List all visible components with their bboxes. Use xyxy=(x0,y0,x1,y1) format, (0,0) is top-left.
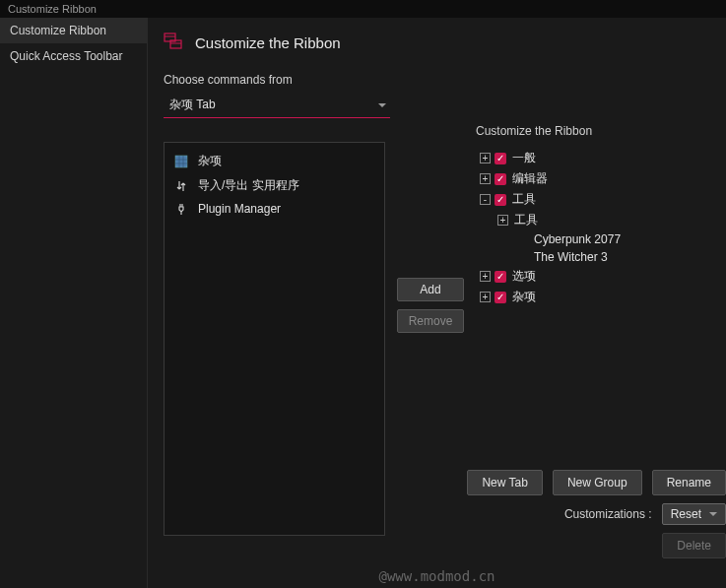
sidebar: Customize Ribbon Quick Access Toolbar xyxy=(0,18,148,588)
plugin-icon xyxy=(174,202,188,216)
expand-icon[interactable]: + xyxy=(480,153,491,163)
command-item[interactable]: 杂项 xyxy=(168,149,380,173)
command-label: Plugin Manager xyxy=(198,202,281,216)
choose-commands-dropdown[interactable]: 杂项 Tab xyxy=(164,93,390,118)
expand-icon[interactable]: + xyxy=(480,271,491,282)
ribbon-tree[interactable]: +✓一般+✓编辑器-✓工具+工具Cyberpunk 2077The Witche… xyxy=(476,148,710,307)
tree-node-label: 一般 xyxy=(510,150,536,166)
expand-icon[interactable]: + xyxy=(480,173,491,184)
chevron-down-icon xyxy=(378,103,386,107)
tree-checkbox[interactable]: ✓ xyxy=(495,153,506,164)
tree-node-label: Cyberpunk 2077 xyxy=(532,232,621,246)
command-item[interactable]: 导入/导出 实用程序 xyxy=(168,173,380,198)
tree-node[interactable]: The Witcher 3 xyxy=(476,248,710,266)
command-item[interactable]: Plugin Manager xyxy=(168,198,380,220)
sidebar-item-customize-ribbon[interactable]: Customize Ribbon xyxy=(0,18,147,43)
tree-node[interactable]: +✓选项 xyxy=(476,266,710,287)
delete-button[interactable]: Delete xyxy=(662,533,726,558)
choose-commands-label: Choose commands from xyxy=(164,73,710,87)
sidebar-item-label: Quick Access Toolbar xyxy=(10,49,123,63)
tree-checkbox[interactable]: ✓ xyxy=(495,292,506,303)
watermark: @www.modmod.cn xyxy=(378,568,495,584)
tree-node[interactable]: +工具 xyxy=(476,210,710,230)
remove-button[interactable]: Remove xyxy=(397,309,464,333)
rename-button[interactable]: Rename xyxy=(652,470,726,495)
tree-node-label: 选项 xyxy=(510,268,536,285)
reset-label: Reset xyxy=(671,507,701,521)
grid-icon xyxy=(174,155,188,168)
new-group-button[interactable]: New Group xyxy=(553,470,642,495)
svg-rect-4 xyxy=(175,156,187,167)
arrows-icon xyxy=(174,179,188,193)
window-titlebar: Customize Ribbon xyxy=(0,0,726,18)
tree-node[interactable]: +✓杂项 xyxy=(476,287,710,307)
customize-ribbon-label: Customize the Ribbon xyxy=(476,124,710,138)
chevron-down-icon xyxy=(709,512,717,516)
tree-checkbox[interactable]: ✓ xyxy=(495,194,506,206)
ribbon-icon xyxy=(164,32,185,53)
tree-node-label: 杂项 xyxy=(510,289,536,305)
customizations-label: Customizations : xyxy=(564,507,652,521)
tree-node[interactable]: +✓编辑器 xyxy=(476,168,710,189)
command-label: 导入/导出 实用程序 xyxy=(198,177,299,194)
reset-dropdown[interactable]: Reset xyxy=(662,503,726,525)
window-title: Customize Ribbon xyxy=(8,3,97,15)
tree-node[interactable]: Cyberpunk 2077 xyxy=(476,230,710,248)
page-header: Customize the Ribbon xyxy=(164,32,710,53)
command-label: 杂项 xyxy=(198,153,222,169)
tree-node[interactable]: -✓工具 xyxy=(476,189,710,210)
commands-listbox[interactable]: 杂项 导入/导出 实用程序 Plugin Manager xyxy=(164,142,385,536)
dropdown-value: 杂项 Tab xyxy=(169,97,216,113)
tree-checkbox[interactable]: ✓ xyxy=(495,173,506,185)
sidebar-item-label: Customize Ribbon xyxy=(10,24,106,37)
tree-node-label: The Witcher 3 xyxy=(532,250,608,264)
expand-icon[interactable]: + xyxy=(480,292,491,302)
add-button[interactable]: Add xyxy=(397,278,464,301)
tree-node-label: 编辑器 xyxy=(510,170,548,187)
new-tab-button[interactable]: New Tab xyxy=(467,470,542,495)
page-title: Customize the Ribbon xyxy=(195,34,341,51)
tree-node-label: 工具 xyxy=(510,191,536,208)
tree-node[interactable]: +✓一般 xyxy=(476,148,710,168)
tree-node-label: 工具 xyxy=(512,212,538,229)
collapse-icon[interactable]: - xyxy=(480,194,491,205)
tree-checkbox[interactable]: ✓ xyxy=(495,271,506,283)
expand-icon[interactable]: + xyxy=(497,215,508,226)
sidebar-item-quick-access-toolbar[interactable]: Quick Access Toolbar xyxy=(0,43,147,69)
